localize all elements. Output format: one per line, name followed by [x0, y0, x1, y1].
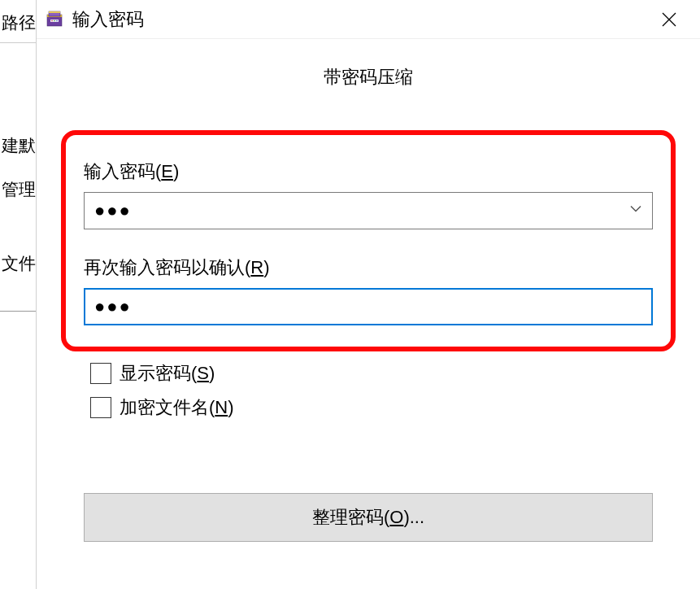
titlebar: 输入密码: [37, 0, 700, 39]
encrypt-names-label: 加密文件名(N): [120, 395, 234, 420]
label-accelerator: N: [215, 397, 228, 417]
password-input-row: [84, 192, 653, 229]
label-text: ): [173, 161, 179, 181]
password-label: 输入密码(E): [84, 159, 653, 184]
bg-divider: [0, 311, 39, 312]
label-accelerator: R: [250, 257, 263, 277]
bg-label-default: 建默: [0, 131, 40, 160]
winrar-icon: [45, 10, 64, 29]
dialog-body: 带密码压缩 输入密码(E) 再次输入密码以确认(R): [37, 39, 700, 542]
background-window: 路径 建默 管理 文件: [0, 0, 41, 589]
close-button[interactable]: [645, 2, 693, 37]
highlight-annotation: 输入密码(E) 再次输入密码以确认(R): [61, 130, 676, 351]
bg-label-file: 文件: [0, 249, 40, 278]
encrypt-names-checkbox[interactable]: [90, 397, 111, 418]
button-accelerator: O: [389, 507, 403, 528]
label-text: 再次输入密码以确认(: [84, 257, 250, 277]
organize-passwords-button[interactable]: 整理密码(O)...: [84, 493, 653, 542]
dialog-title: 输入密码: [72, 7, 645, 32]
show-password-label: 显示密码(S): [120, 361, 215, 386]
close-icon: [661, 11, 677, 28]
button-text: 整理密码(: [312, 505, 389, 530]
svg-point-6: [54, 20, 55, 21]
label-text: ): [228, 397, 233, 417]
dialog-subtitle: 带密码压缩: [61, 65, 676, 89]
label-accelerator: S: [197, 363, 209, 383]
confirm-input-row: [84, 288, 653, 325]
label-text: 显示密码(: [120, 363, 197, 383]
confirm-label: 再次输入密码以确认(R): [84, 255, 653, 280]
show-password-checkbox[interactable]: [90, 363, 111, 384]
password-input[interactable]: [84, 192, 653, 229]
confirm-password-input[interactable]: [84, 288, 653, 325]
password-dialog: 输入密码 带密码压缩 输入密码(E) 再次输入密码以确: [36, 0, 700, 589]
button-text: )...: [403, 507, 424, 528]
encrypt-names-checkbox-row[interactable]: 加密文件名(N): [90, 395, 676, 420]
label-text: ): [263, 257, 269, 277]
label-text: ): [209, 363, 215, 383]
label-accelerator: E: [161, 161, 173, 181]
bg-label-path: 路径: [0, 8, 40, 43]
label-text: 输入密码(: [84, 161, 161, 181]
svg-point-7: [56, 20, 58, 21]
bg-label-manage: 管理: [0, 175, 40, 204]
svg-point-5: [51, 20, 53, 21]
show-password-checkbox-row[interactable]: 显示密码(S): [90, 361, 676, 386]
label-text: 加密文件名(: [120, 397, 215, 417]
svg-rect-3: [49, 11, 60, 13]
